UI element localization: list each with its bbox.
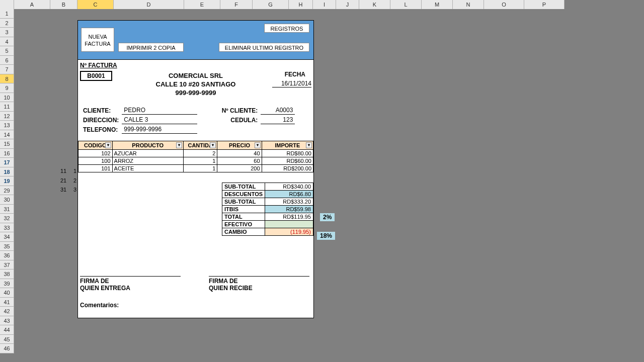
col-header-O[interactable]: O [484, 0, 524, 9]
row-header-19[interactable]: 19 [0, 176, 14, 186]
col-header-N[interactable]: N [453, 0, 484, 9]
descuento-pct[interactable]: 2% [320, 213, 335, 221]
filter-icon[interactable]: ▾ [105, 142, 111, 148]
row-header-31[interactable]: 31 [0, 205, 14, 214]
row-header-36[interactable]: 36 [0, 251, 14, 260]
row-header-42[interactable]: 42 [0, 307, 14, 316]
cell-codigo[interactable]: 100 [78, 157, 113, 165]
table-row[interactable]: 101ACEITE1200RD$200.00 [78, 165, 313, 172]
row-header-11[interactable]: 11 [0, 102, 14, 112]
row-header-3[interactable]: 3 [0, 28, 14, 37]
col-header-F[interactable]: F [220, 0, 253, 9]
row-header-30[interactable]: 30 [0, 195, 14, 205]
efectivo-value[interactable] [265, 221, 313, 228]
row-header-32[interactable]: 32 [0, 214, 14, 223]
eliminar-button[interactable]: ELIMINAR ULTIMO REGISTRO [219, 43, 309, 52]
filter-icon[interactable]: ▾ [255, 142, 261, 148]
row-header-39[interactable]: 39 [0, 279, 14, 289]
cliente-label: CLIENTE: [81, 106, 121, 115]
cell-precio[interactable]: 200 [217, 165, 262, 172]
filter-icon[interactable]: ▾ [306, 142, 312, 148]
row-header-2[interactable]: 2 [0, 19, 14, 28]
cell-codigo[interactable]: 101 [78, 165, 113, 172]
sig1-line2: QUIEN ENTREGA [80, 285, 181, 292]
col-header-L[interactable]: L [390, 0, 422, 9]
col-precio[interactable]: PRECIO▾ [217, 141, 262, 150]
row-header-40[interactable]: 40 [0, 288, 14, 298]
row-header-29[interactable]: 29 [0, 186, 14, 196]
col-header-H[interactable]: H [289, 0, 313, 9]
registros-button[interactable]: REGISTROS [264, 24, 309, 33]
cell-precio[interactable]: 40 [217, 150, 262, 157]
row-header-33[interactable]: 33 [0, 223, 14, 233]
row-header-43[interactable]: 43 [0, 316, 14, 326]
row-header-15[interactable]: 15 [0, 139, 14, 149]
cliente-value[interactable]: PEDRO [122, 106, 197, 115]
col-header-G[interactable]: G [253, 0, 289, 9]
cell-producto[interactable]: ACEITE [112, 165, 183, 172]
row-header-10[interactable]: 10 [0, 93, 14, 103]
col-header-D[interactable]: D [114, 0, 184, 9]
client-info-table: CLIENTE: PEDRO Nº CLIENTE: A0003 DIRECCI… [80, 105, 296, 135]
row-header-1[interactable]: 1 [0, 9, 14, 19]
cell-importe[interactable]: RD$80.00 [262, 150, 313, 157]
cell-producto[interactable]: ARROZ [112, 157, 183, 165]
row-header-46[interactable]: 46 [0, 344, 14, 353]
row-header-38[interactable]: 38 [0, 269, 14, 279]
cell-cantidad[interactable]: 2 [183, 150, 217, 157]
col-header-B[interactable]: B [50, 0, 77, 9]
row-header-8[interactable]: 8 [0, 74, 14, 84]
cell-importe[interactable]: RD$200.00 [262, 165, 313, 172]
row-header-12[interactable]: 12 [0, 112, 14, 121]
cell-cantidad[interactable]: 1 [183, 157, 217, 165]
telefono-value[interactable]: 999-999-9996 [122, 125, 197, 134]
row-header-37[interactable]: 37 [0, 260, 14, 270]
row-header-18[interactable]: 18 [0, 167, 14, 177]
col-importe[interactable]: IMPORTE▾ [262, 141, 313, 150]
num-factura-value[interactable]: B0001 [80, 71, 112, 81]
row-header-34[interactable]: 34 [0, 232, 14, 242]
ncliente-value[interactable]: A0003 [261, 106, 295, 115]
cell-producto[interactable]: AZUCAR [112, 150, 183, 157]
row-header-44[interactable]: 44 [0, 325, 14, 335]
select-all-corner[interactable] [0, 0, 14, 9]
direccion-value[interactable]: CALLE 3 [122, 116, 197, 124]
row-header-45[interactable]: 45 [0, 335, 14, 344]
imprimir-button[interactable]: IMPRIMIR 2 COPIA [118, 43, 184, 52]
filter-icon[interactable]: ▾ [210, 142, 216, 148]
row-header-6[interactable]: 6 [0, 56, 14, 65]
cell-importe[interactable]: RD$60.00 [262, 157, 313, 165]
row-header-16[interactable]: 16 [0, 149, 14, 158]
row-header-41[interactable]: 41 [0, 298, 14, 307]
row-header-7[interactable]: 7 [0, 65, 14, 74]
cell-codigo[interactable]: 102 [78, 150, 113, 157]
table-row[interactable]: 102AZUCAR240RD$80.00 [78, 150, 313, 157]
col-header-J[interactable]: J [336, 0, 359, 9]
col-producto[interactable]: PRODUCTO▾ [112, 141, 183, 150]
cell-precio[interactable]: 60 [217, 157, 262, 165]
table-row[interactable]: 100ARROZ160RD$60.00 [78, 157, 313, 165]
row-header-13[interactable]: 13 [0, 121, 14, 130]
col-header-A[interactable]: A [14, 0, 50, 9]
col-header-M[interactable]: M [422, 0, 453, 9]
col-codigo[interactable]: CODIGO▾ [78, 141, 113, 150]
invoice-topbar: NUEVA FACTURA REGISTROS IMPRIMIR 2 COPIA… [78, 21, 313, 60]
col-header-I[interactable]: I [313, 0, 336, 9]
itbis-pct[interactable]: 18% [317, 232, 335, 240]
row-header-17[interactable]: 17 [0, 158, 14, 167]
subtotal2-value: RD$333.20 [265, 198, 313, 206]
col-header-C[interactable]: C [77, 0, 114, 9]
row-header-14[interactable]: 14 [0, 130, 14, 140]
filter-icon[interactable]: ▾ [176, 142, 182, 148]
row-header-4[interactable]: 4 [0, 37, 14, 47]
cell-cantidad[interactable]: 1 [183, 165, 217, 172]
nueva-factura-button[interactable]: NUEVA FACTURA [81, 28, 114, 52]
row-header-35[interactable]: 35 [0, 242, 14, 251]
row-header-9[interactable]: 9 [0, 83, 14, 93]
row-header-5[interactable]: 5 [0, 46, 14, 56]
cedula-value[interactable]: 123 [261, 116, 295, 124]
col-header-E[interactable]: E [184, 0, 220, 9]
col-header-P[interactable]: P [524, 0, 565, 9]
col-cantidad[interactable]: CANTIDA▾ [183, 141, 217, 150]
col-header-K[interactable]: K [359, 0, 390, 9]
